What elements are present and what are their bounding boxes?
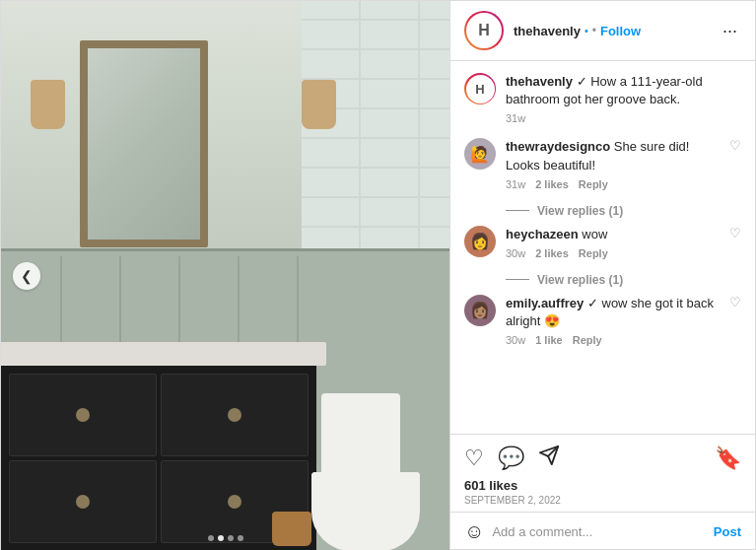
comment-3-reply-button[interactable]: Reply: [573, 334, 602, 346]
view-replies-1-text[interactable]: View replies (1): [537, 204, 623, 218]
view-replies-2-text[interactable]: View replies (1): [537, 273, 623, 287]
header-info: thehavenly • • Follow: [514, 24, 719, 38]
follow-button[interactable]: Follow: [600, 24, 641, 38]
comment-input-area: ☺ Post: [450, 512, 755, 550]
caption-item: H thehavenly ✓ How a 111-year-old bathro…: [464, 73, 741, 124]
comment-1-username[interactable]: thewraydesignco: [506, 139, 610, 154]
sconce-left: [31, 80, 75, 139]
share-button[interactable]: [538, 445, 560, 472]
dot-4[interactable]: [238, 535, 243, 541]
comment-1-reply-button[interactable]: Reply: [579, 178, 608, 190]
dot-3[interactable]: [228, 535, 234, 541]
caption-avatar-letter: H: [466, 75, 495, 103]
comment-1-text: thewraydesignco She sure did! Looks beau…: [506, 138, 720, 173]
comment-3-likes: 1 like: [535, 334, 563, 346]
action-icons-row: ♡ 💬 🔖: [464, 441, 741, 476]
comment-3-heart-icon[interactable]: ♡: [729, 295, 741, 346]
replies-line-2: [506, 279, 529, 280]
comment-1-meta: 31w 2 likes Reply: [506, 178, 720, 190]
avatar-letter: H: [466, 13, 502, 48]
comment-item: 👩 heychazeen wow 30w 2 likes Reply ♡: [464, 226, 741, 259]
comment-2-body: wow: [582, 227, 607, 241]
comment-2-content: heychazeen wow 30w 2 likes Reply: [506, 226, 720, 259]
replies-line-1: [506, 210, 529, 211]
comment-1-heart-icon[interactable]: ♡: [729, 138, 741, 189]
comment-2-text: heychazeen wow: [506, 226, 720, 243]
post-content-section: H thehavenly • • Follow ··· H: [449, 1, 755, 550]
comment-2-username[interactable]: heychazeen: [506, 227, 579, 241]
comment-1-time: 31w: [506, 178, 525, 190]
bathroom-image: [1, 1, 449, 550]
comment-1-avatar[interactable]: 🙋: [464, 138, 496, 170]
sconce-right: [302, 80, 346, 139]
caption-avatar[interactable]: H: [464, 73, 496, 104]
like-button[interactable]: ♡: [464, 446, 484, 471]
dot-indicators: [208, 535, 243, 541]
header-username[interactable]: thehavenly: [514, 24, 581, 38]
basket: [272, 512, 311, 546]
view-replies-2[interactable]: View replies (1): [464, 273, 741, 287]
comment-2-avatar[interactable]: 👩: [464, 226, 496, 257]
post-header: H thehavenly • • Follow ···: [450, 1, 755, 61]
comment-2-likes: 2 likes: [535, 247, 569, 259]
comment-2-reply-button[interactable]: Reply: [579, 247, 608, 259]
comment-1-likes: 2 likes: [535, 178, 569, 190]
caption-verified: ✓: [577, 74, 591, 89]
caption-time: 31w: [506, 112, 741, 124]
comment-2-heart-icon[interactable]: ♡: [729, 226, 741, 259]
post-image-section: ❮: [1, 1, 449, 550]
mirror: [80, 40, 208, 247]
more-options-button[interactable]: ···: [719, 21, 741, 41]
view-replies-1[interactable]: View replies (1): [464, 204, 741, 218]
comment-2-time: 30w: [506, 247, 525, 259]
comment-3-meta: 30w 1 like Reply: [506, 334, 720, 346]
vanity: [1, 354, 316, 550]
comment-item: 👩🏽 emily.auffrey ✓ wow she got it back a…: [464, 295, 741, 346]
comment-3-verified: ✓: [587, 296, 602, 310]
caption-content: thehavenly ✓ How a 111-year-old bathroom…: [506, 73, 741, 124]
emoji-button[interactable]: ☺: [464, 520, 484, 543]
comment-3-avatar[interactable]: 👩🏽: [464, 295, 496, 326]
comment-3-username[interactable]: emily.auffrey: [506, 296, 584, 310]
caption-username[interactable]: thehavenly: [506, 74, 573, 89]
dot-1[interactable]: [208, 535, 214, 541]
toilet: [311, 354, 430, 550]
comment-3-content: emily.auffrey ✓ wow she got it back alri…: [506, 295, 720, 346]
post-date: September 2, 2022: [464, 495, 741, 506]
comment-2-meta: 30w 2 likes Reply: [506, 247, 720, 259]
comment-3-text: emily.auffrey ✓ wow she got it back alri…: [506, 295, 720, 330]
verified-icon: •: [584, 25, 588, 36]
comment-input[interactable]: [484, 524, 713, 539]
header-avatar[interactable]: H: [464, 11, 504, 50]
comment-item: 🙋 thewraydesignco She sure did! Looks be…: [464, 138, 741, 189]
comment-3-time: 30w: [506, 334, 525, 346]
bullet-separator: •: [592, 24, 596, 37]
comment-1-content: thewraydesignco She sure did! Looks beau…: [506, 138, 720, 189]
comments-area[interactable]: H thehavenly ✓ How a 111-year-old bathro…: [450, 61, 755, 434]
dot-2[interactable]: [218, 535, 224, 541]
instagram-post: ❮ H thehavenly • • Follow ···: [0, 0, 756, 550]
caption-text: thehavenly ✓ How a 111-year-old bathroom…: [506, 73, 741, 108]
chevron-left-icon: ❮: [21, 268, 33, 284]
username-row: thehavenly • • Follow: [514, 24, 719, 38]
post-comment-button[interactable]: Post: [714, 524, 741, 539]
comment-button[interactable]: 💬: [498, 446, 524, 471]
prev-arrow[interactable]: ❮: [13, 262, 40, 290]
likes-count: 601 likes: [464, 478, 741, 493]
bookmark-button[interactable]: 🔖: [715, 446, 741, 471]
post-actions: ♡ 💬 🔖 601 likes September 2, 2022: [450, 434, 755, 512]
